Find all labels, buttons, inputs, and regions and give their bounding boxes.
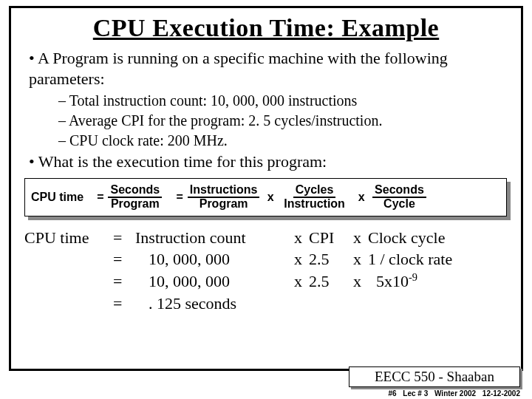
frac-den: Instruction: [282, 198, 347, 211]
derivation-row-2: = 10, 000, 000 x 2.5 x 1 / clock rate: [24, 248, 511, 270]
slide-title: CPU Execution Time: Example: [21, 14, 511, 42]
derivation-row-3: = 10, 000, 000 x 2.5 x 5x10-9: [24, 270, 511, 293]
times-sign: x: [264, 191, 277, 204]
frac-num: Seconds: [108, 184, 162, 198]
derivation-term: Clock cycle: [368, 227, 511, 249]
bullet-question: What is the execution time for this prog…: [29, 151, 511, 172]
formula-lhs: CPU time: [31, 191, 83, 204]
equals-sign: =: [113, 248, 135, 270]
derivation-result: . 125 seconds: [135, 293, 294, 315]
frac-den: Program: [197, 198, 250, 211]
bullet-intro: A Program is running on a specific machi…: [29, 48, 511, 89]
footer-lec: Lec # 3: [403, 389, 428, 398]
sci-base: 5x10: [376, 272, 409, 290]
equals-sign: =: [113, 270, 135, 293]
footer-slide-num: #6: [388, 389, 396, 398]
equals-sign: =: [97, 191, 103, 204]
frac-instructions-program: Instructions Program: [188, 184, 260, 211]
frac-num: Instructions: [188, 184, 260, 198]
frac-num: Cycles: [293, 184, 336, 198]
derivation: CPU time = Instruction count x CPI x Clo…: [24, 227, 511, 315]
bullet-param-0: Total instruction count: 10, 000, 000 in…: [58, 92, 511, 110]
derivation-term: 2.5: [309, 248, 353, 270]
times-sign: x: [294, 270, 309, 293]
course-label: EECC 550 - Shaaban: [349, 366, 520, 387]
formula-box: CPU time = Seconds Program = Instruction…: [24, 178, 511, 219]
equals-sign: =: [113, 227, 135, 249]
times-sign: x: [294, 248, 309, 270]
times-sign: x: [353, 248, 368, 270]
times-sign: x: [353, 227, 368, 249]
derivation-term: CPI: [309, 227, 353, 249]
derivation-row-4: = . 125 seconds: [24, 293, 511, 315]
derivation-term: Instruction count: [135, 227, 294, 249]
frac-den: Cycle: [381, 198, 417, 211]
sci-exp: -9: [409, 271, 417, 283]
bullet-param-1: Average CPI for the program: 2. 5 cycles…: [58, 112, 511, 130]
derivation-term: 1 / clock rate: [368, 248, 511, 270]
derivation-row-1: CPU time = Instruction count x CPI x Clo…: [24, 227, 511, 249]
footer: #6 Lec # 3 Winter 2002 12-12-2002: [383, 389, 520, 398]
derivation-term: 10, 000, 000: [135, 248, 294, 270]
derivation-lhs: CPU time: [24, 227, 113, 249]
slide-frame: CPU Execution Time: Example A Program is…: [9, 6, 523, 371]
course-box: EECC 550 - Shaaban: [349, 366, 520, 387]
derivation-term: 5x10-9: [368, 270, 511, 293]
equals-sign: =: [166, 191, 183, 204]
footer-term: Winter 2002: [434, 389, 476, 398]
derivation-term: 10, 000, 000: [135, 270, 294, 293]
equals-sign: =: [113, 293, 135, 315]
times-sign: x: [352, 191, 368, 204]
frac-cycles-instruction: Cycles Instruction: [282, 184, 347, 211]
bullet-param-2: CPU clock rate: 200 MHz.: [58, 132, 511, 150]
frac-seconds-cycle: Seconds Cycle: [372, 184, 426, 211]
frac-num: Seconds: [372, 184, 426, 198]
frac-den: Program: [109, 198, 162, 211]
frac-seconds-program: Seconds Program: [108, 184, 162, 211]
footer-date: 12-12-2002: [482, 389, 520, 398]
derivation-term: 2.5: [309, 270, 353, 293]
times-sign: x: [294, 227, 309, 249]
times-sign: x: [353, 270, 368, 293]
formula-content: CPU time = Seconds Program = Instruction…: [24, 178, 507, 216]
